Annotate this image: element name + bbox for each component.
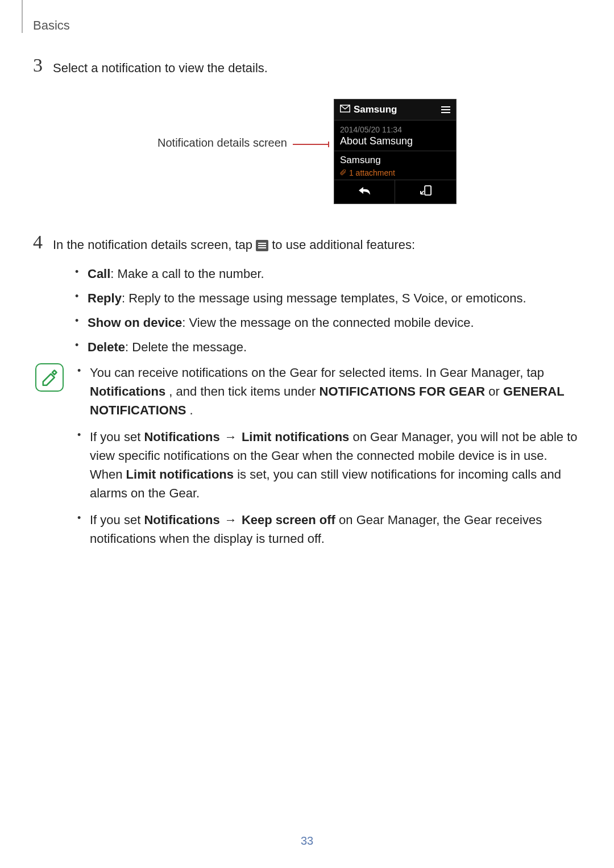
- device-screen: Samsung 2014/05/20 11:34 About Samsung S…: [334, 99, 457, 204]
- device-attachment: 1 attachment: [340, 168, 450, 177]
- device-actions: [334, 180, 456, 203]
- bold: Limit notifications: [242, 430, 349, 444]
- list-item: Delete: Delete the message.: [73, 338, 581, 356]
- list-item: If you set Notifications → Limit notific…: [75, 427, 581, 502]
- arrow: →: [225, 430, 240, 444]
- device-sender: Samsung: [340, 155, 450, 166]
- note-list: You can receive notifications on the Gea…: [75, 363, 581, 556]
- note-icon: [35, 363, 64, 392]
- bold: Keep screen off: [242, 513, 335, 527]
- page-number: 33: [0, 834, 614, 848]
- list-item: Call: Make a call to the number.: [73, 264, 581, 283]
- header-rule: [22, 0, 23, 33]
- feature-text: : Make a call to the number.: [110, 267, 264, 281]
- text: .: [190, 403, 193, 417]
- note-block: You can receive notifications on the Gea…: [33, 363, 581, 556]
- section-title: Basics: [33, 18, 70, 33]
- arrow: →: [225, 513, 240, 527]
- step4-intro-suffix: to use additional features:: [272, 238, 415, 252]
- step4-intro-prefix: In the notification details screen, tap: [53, 238, 256, 252]
- callout-line: [293, 144, 328, 145]
- step-3: 3 Select a notification to view the deta…: [33, 56, 581, 77]
- step-text: In the notification details screen, tap …: [53, 232, 415, 254]
- menu-icon: [256, 240, 268, 251]
- show-on-device-icon: [395, 180, 456, 203]
- menu-icon: [441, 105, 450, 115]
- list-item: Show on device: View the message on the …: [73, 313, 581, 332]
- step-number: 4: [33, 232, 43, 252]
- figure-callout: Notification details screen: [157, 99, 287, 149]
- text: If you set: [90, 430, 144, 444]
- bold: Limit notifications: [126, 467, 234, 481]
- step-4: 4 In the notification details screen, ta…: [33, 232, 581, 254]
- text: or: [488, 384, 503, 398]
- device-attachment-text: 1 attachment: [349, 168, 395, 177]
- feature-label: Delete: [88, 340, 125, 354]
- list-item: Reply: Reply to the message using messag…: [73, 289, 581, 308]
- feature-label: Show on device: [88, 315, 182, 330]
- list-item: You can receive notifications on the Gea…: [75, 363, 581, 420]
- text: If you set: [90, 513, 144, 527]
- bold: NOTIFICATIONS FOR GEAR: [320, 384, 486, 398]
- device-body-bottom: Samsung 1 attachment: [334, 151, 456, 180]
- device-header: Samsung: [334, 99, 456, 121]
- feature-list: Call: Make a call to the number. Reply: …: [73, 264, 581, 356]
- bold: Notifications: [90, 384, 165, 398]
- mail-icon: [340, 105, 350, 115]
- feature-text: : View the message on the connected mobi…: [182, 315, 474, 330]
- feature-label: Reply: [88, 291, 122, 305]
- feature-label: Call: [88, 267, 110, 281]
- reply-icon: [334, 180, 396, 203]
- text: You can receive notifications on the Gea…: [90, 366, 544, 380]
- svg-rect-1: [425, 186, 431, 195]
- text: , and then tick items under: [169, 384, 319, 398]
- device-app-title: Samsung: [354, 104, 397, 115]
- feature-text: : Delete the message.: [125, 340, 247, 354]
- paperclip-icon: [340, 169, 347, 176]
- page-content: 3 Select a notification to view the deta…: [33, 56, 581, 556]
- bold: Notifications: [144, 513, 219, 527]
- feature-text: : Reply to the message using message tem…: [122, 291, 526, 305]
- step-text: Select a notification to view the detail…: [53, 56, 268, 77]
- device-subject: About Samsung: [340, 135, 450, 147]
- bold: Notifications: [144, 430, 219, 444]
- step-number: 3: [33, 56, 43, 75]
- device-body-top: 2014/05/20 11:34 About Samsung: [334, 121, 456, 151]
- figure: Notification details screen Samsung: [33, 99, 581, 204]
- device-timestamp: 2014/05/20 11:34: [340, 125, 450, 134]
- list-item: If you set Notifications → Keep screen o…: [75, 510, 581, 548]
